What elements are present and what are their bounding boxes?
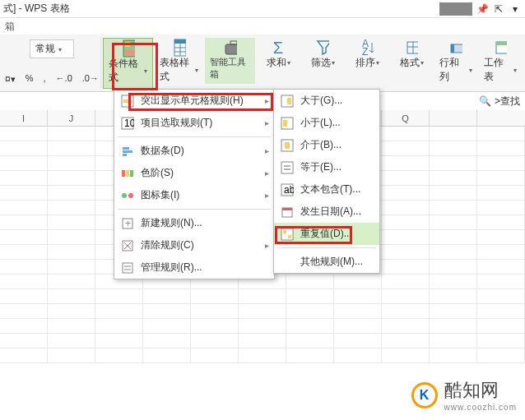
cell[interactable] <box>0 245 48 259</box>
cell[interactable] <box>0 334 48 348</box>
cell[interactable] <box>477 171 525 185</box>
menu-item[interactable]: 等于(E)... <box>274 156 379 178</box>
percent-btn[interactable]: % <box>21 71 38 87</box>
cell[interactable] <box>95 304 143 318</box>
cell[interactable] <box>430 186 477 200</box>
cell[interactable] <box>430 201 477 215</box>
cell[interactable] <box>430 245 477 259</box>
cell[interactable] <box>477 334 525 348</box>
cell[interactable] <box>477 201 525 215</box>
cell[interactable] <box>48 215 95 229</box>
cell[interactable] <box>95 334 143 348</box>
cell[interactable] <box>48 171 95 185</box>
cell[interactable] <box>430 230 477 244</box>
cell[interactable] <box>48 348 95 362</box>
cell[interactable] <box>48 260 95 274</box>
cell[interactable] <box>382 304 430 318</box>
cell[interactable] <box>382 127 430 141</box>
cell[interactable] <box>382 201 430 215</box>
cell[interactable] <box>48 230 95 244</box>
pin-icon[interactable]: 📌 <box>476 2 489 16</box>
comma-btn[interactable]: , <box>39 71 50 87</box>
rowcol-button[interactable]: 行和列▾ <box>434 38 477 87</box>
cell[interactable] <box>0 275 48 288</box>
cell[interactable] <box>239 334 286 348</box>
cell[interactable] <box>0 201 48 215</box>
cell[interactable] <box>48 304 95 318</box>
table-row[interactable] <box>0 304 525 319</box>
number-format-select[interactable]: 常规 ▾ <box>30 39 73 58</box>
cell[interactable] <box>477 319 525 333</box>
cell[interactable] <box>48 127 95 141</box>
menu-item[interactable]: 重复值(D)... <box>274 223 379 245</box>
menu-item[interactable]: 色阶(S) <box>114 162 274 184</box>
cell[interactable] <box>430 319 477 333</box>
menu-item[interactable]: ab文本包含(T)... <box>274 178 379 201</box>
table-style-button[interactable]: 表格样式▾ <box>155 38 203 87</box>
dec-dec-btn[interactable]: .0→ <box>78 71 103 87</box>
sum-button[interactable]: Σ 求和▾ <box>257 38 300 73</box>
cell[interactable] <box>143 348 191 362</box>
cell[interactable] <box>143 289 191 303</box>
cell[interactable] <box>477 348 525 362</box>
cell[interactable] <box>430 304 477 318</box>
menu-item[interactable]: 清除规则(C) <box>114 234 274 256</box>
cell[interactable] <box>286 334 334 348</box>
table-row[interactable] <box>0 334 525 348</box>
menu-item[interactable]: 管理规则(R)... <box>114 256 274 279</box>
menu-item[interactable]: 发生日期(A)... <box>274 201 379 223</box>
cell[interactable] <box>382 275 430 288</box>
cell[interactable] <box>0 319 48 333</box>
cell[interactable] <box>430 141 477 155</box>
cell[interactable] <box>0 215 48 229</box>
cell[interactable] <box>0 141 48 155</box>
cell[interactable] <box>477 127 525 141</box>
format-button[interactable]: 格式▾ <box>390 38 433 73</box>
cell[interactable] <box>143 304 191 318</box>
col-header[interactable] <box>430 110 477 126</box>
cell[interactable] <box>0 186 48 200</box>
cell[interactable] <box>191 304 239 318</box>
menu-item[interactable]: 10项目选取规则(T) <box>114 112 274 134</box>
cell[interactable] <box>382 171 430 185</box>
menu-item[interactable]: 图标集(I) <box>114 184 274 206</box>
menu-item[interactable]: 数据条(D) <box>114 140 274 162</box>
cell[interactable] <box>95 289 143 303</box>
cell[interactable] <box>48 289 95 303</box>
cell[interactable] <box>143 334 191 348</box>
cell[interactable] <box>477 230 525 244</box>
cell[interactable] <box>0 171 48 185</box>
cell[interactable] <box>48 201 95 215</box>
cell[interactable] <box>48 186 95 200</box>
cell[interactable] <box>239 289 286 303</box>
col-header[interactable]: I <box>0 110 48 126</box>
menu-item[interactable]: 突出显示单元格规则(H) <box>114 90 274 112</box>
menu-item[interactable]: 其他规则(M)... <box>274 251 379 273</box>
cell[interactable] <box>0 260 48 274</box>
cell[interactable] <box>382 215 430 229</box>
cell[interactable] <box>286 289 334 303</box>
cell[interactable] <box>477 156 525 170</box>
cell[interactable] <box>0 230 48 244</box>
cell[interactable] <box>477 289 525 303</box>
cell[interactable] <box>477 260 525 274</box>
cell[interactable] <box>191 319 239 333</box>
dropdown-icon[interactable]: ▾ <box>509 2 522 16</box>
cell[interactable] <box>48 334 95 348</box>
cell[interactable] <box>334 348 382 362</box>
col-header[interactable]: Q <box>382 110 430 126</box>
cell[interactable] <box>95 319 143 333</box>
cell[interactable] <box>430 348 477 362</box>
cell[interactable] <box>0 156 48 170</box>
cell[interactable] <box>0 127 48 141</box>
cell[interactable] <box>430 275 477 288</box>
cell[interactable] <box>191 348 239 362</box>
cell[interactable] <box>48 141 95 155</box>
cell[interactable] <box>382 230 430 244</box>
cell[interactable] <box>286 348 334 362</box>
search-icon[interactable]: 🔍 <box>479 95 491 107</box>
cell[interactable] <box>286 275 334 288</box>
cell[interactable] <box>191 334 239 348</box>
cell[interactable] <box>430 171 477 185</box>
cell[interactable] <box>477 304 525 318</box>
